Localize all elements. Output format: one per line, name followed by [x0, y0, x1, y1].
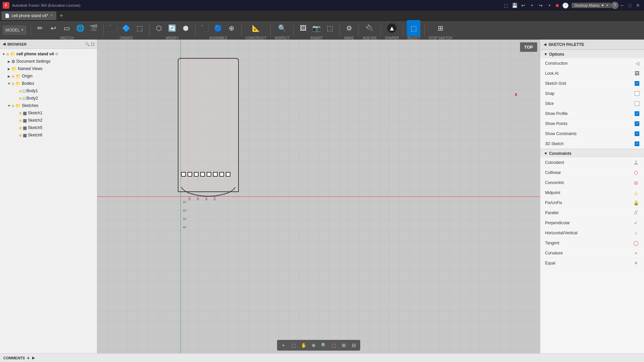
modify-tool1[interactable]: ⬡	[152, 20, 166, 36]
history-button[interactable]: 🕐	[562, 2, 569, 9]
insert-tool2[interactable]: 📷	[310, 20, 323, 36]
new-tab-button[interactable]: +	[58, 12, 65, 19]
desktop-makes-button[interactable]: Desktop Makes ▼ ▼	[572, 3, 611, 8]
sketch-tool3[interactable]: ▭	[60, 20, 74, 36]
make-tool1[interactable]: ⚙	[342, 20, 356, 36]
tree-sketch1[interactable]: ◉ ▦ Sketch1	[0, 109, 97, 117]
modify-tool2[interactable]: 🔄	[166, 20, 179, 36]
vp-orbit-button[interactable]: ⊕	[309, 341, 318, 350]
insert-tool1[interactable]: 🖼	[297, 20, 310, 36]
tree-sketch5[interactable]: ◉ ▦ Sketch5	[0, 124, 97, 131]
select-tool1[interactable]: ⬚	[407, 20, 420, 36]
tab-close-button[interactable]: ✕	[50, 13, 53, 18]
help-button[interactable]: ?	[611, 2, 619, 9]
show-points-checkbox[interactable]: ✓	[635, 121, 639, 126]
palette-row-horizontal-vertical[interactable]: Horizontal/Vertical ↕	[540, 228, 644, 238]
palette-row-look-at[interactable]: Look At 🖼	[540, 68, 644, 78]
palette-row-3d-sketch[interactable]: 3D Sketch ✓	[540, 139, 644, 149]
snap-checkbox[interactable]	[635, 91, 639, 96]
tab-cell-phone-stand[interactable]: 📄 cell phone stand v4* ✕	[1, 11, 56, 20]
constraints-section-header[interactable]: ▼ Constraints	[540, 149, 644, 158]
palette-row-construction[interactable]: Construction ◁	[540, 58, 644, 68]
tree-sketch2[interactable]: ◉ ▦ Sketch2	[0, 117, 97, 124]
browser-back-icon[interactable]: ◀	[3, 42, 5, 46]
tree-body1[interactable]: ◉ □ Body1	[0, 87, 97, 95]
tree-origin[interactable]: ▶ ◉ 📁 Origin	[0, 72, 97, 80]
shaper-tool1[interactable]: ▲	[385, 20, 398, 36]
assemble-tool1[interactable]: ⬛	[198, 20, 212, 36]
palette-row-snap[interactable]: Snap	[540, 88, 644, 99]
insert-tool3[interactable]: ⬚	[323, 20, 337, 36]
vp-zoom-button[interactable]: 🔍	[319, 341, 328, 350]
vp-grid-button[interactable]: ⊞	[339, 341, 348, 350]
stop-sketch-button[interactable]: ⊞	[434, 20, 447, 36]
create-tool1[interactable]: ⬛	[106, 20, 120, 36]
vp-display-mode-button[interactable]: ⬚	[329, 341, 338, 350]
model-selector[interactable]: MODEL ▼	[3, 25, 26, 35]
tree-body2[interactable]: ◉ □ Body2	[0, 95, 97, 102]
slice-checkbox[interactable]	[635, 101, 639, 106]
palette-row-curvature[interactable]: Curvature ≈	[540, 248, 644, 258]
redo-dropdown[interactable]: ▼	[545, 1, 553, 9]
assemble-tool3[interactable]: ⊕	[225, 20, 238, 36]
palette-row-coincident[interactable]: Coincident ⊥	[540, 158, 644, 168]
create-tool2[interactable]: 🔷	[120, 20, 133, 36]
palette-row-collinear[interactable]: Collinear ⬡	[540, 168, 644, 178]
browser-search-icon[interactable]: 🔍	[85, 42, 90, 46]
palette-row-concentric[interactable]: Concentric ◎	[540, 178, 644, 188]
palette-row-equal[interactable]: Equal =	[540, 258, 644, 268]
sketch-tool4[interactable]: 🌐	[74, 20, 87, 36]
sketch-button[interactable]: ✏	[34, 20, 47, 36]
new-button[interactable]: ⬚	[502, 1, 510, 9]
palette-row-parallel[interactable]: Parallel //	[540, 208, 644, 218]
vp-pan-button[interactable]: ✋	[299, 341, 308, 350]
palette-collapse-icon[interactable]: ◀	[544, 43, 546, 46]
create-tool3[interactable]: ⬚	[133, 20, 147, 36]
inspect-tool1[interactable]: 🔍	[275, 20, 289, 36]
maximize-button[interactable]: □	[627, 2, 633, 9]
vp-home-button[interactable]: ⌖	[279, 341, 288, 350]
save-button[interactable]: 💾	[511, 1, 519, 9]
redo-button[interactable]: ↪	[537, 1, 545, 9]
show-constraints-checkbox[interactable]: ✓	[635, 131, 639, 136]
modify-tool3[interactable]: ⬢	[179, 20, 193, 36]
tree-doc-settings[interactable]: ▶ ⚙ Document Settings	[0, 58, 97, 65]
comments-add-icon[interactable]: +	[27, 355, 30, 361]
comments-expand-icon[interactable]: ▶	[32, 356, 35, 360]
browser-expand-icon[interactable]: ⬚	[91, 42, 94, 46]
palette-row-perpendicular[interactable]: Perpendicular ✓	[540, 218, 644, 228]
palette-row-fix-unfix[interactable]: Fix/UnFix 🔒	[540, 198, 644, 208]
construct-tool1[interactable]: 📐	[249, 20, 263, 36]
palette-row-sketch-grid[interactable]: Sketch Grid ✓	[540, 78, 644, 88]
tree-root[interactable]: ▼ ◉ 📁 cell phone stand v4 ⚙	[0, 50, 97, 58]
vp-frame-button[interactable]: ⬚	[289, 341, 298, 350]
palette-row-tangent[interactable]: Tangent ◯	[540, 238, 644, 248]
assemble-tool2[interactable]: 🔵	[212, 20, 225, 36]
look-at-icon: 🖼	[635, 71, 639, 76]
record-button[interactable]: ⏺	[555, 3, 559, 8]
viewport[interactable]: 20 30 40 50 10 20 30 40 TOP X ⌖ ⬚ ✋ ⊕ 🔍 …	[97, 40, 540, 353]
sketch-tool2[interactable]: ↩	[47, 20, 60, 36]
tree-named-views[interactable]: ▶ 📁 Named Views	[0, 65, 97, 72]
sketch-tool5[interactable]: 🎬	[87, 20, 101, 36]
body2-label: Body2	[26, 96, 38, 101]
sketch-grid-checkbox[interactable]: ✓	[635, 81, 639, 86]
close-button[interactable]: ✕	[635, 2, 641, 9]
palette-row-slice[interactable]: Slice	[540, 99, 644, 109]
palette-row-show-constraints[interactable]: Show Constraints ✓	[540, 129, 644, 139]
palette-row-show-points[interactable]: Show Points ✓	[540, 119, 644, 129]
palette-row-midpoint[interactable]: Midpoint △	[540, 188, 644, 198]
vp-view-options-button[interactable]: ⊟	[350, 341, 358, 350]
minimize-button[interactable]: ─	[619, 2, 625, 9]
tree-sketches[interactable]: ▼ ◉ 📁 Sketches	[0, 102, 97, 109]
tree-bodies[interactable]: ▼ ◉ 📁 Bodies	[0, 80, 97, 87]
root-settings-icon[interactable]: ⚙	[55, 52, 58, 56]
undo-button[interactable]: ↩	[519, 1, 527, 9]
show-profile-checkbox[interactable]: ✓	[635, 111, 639, 116]
undo-dropdown[interactable]: ▼	[528, 1, 536, 9]
palette-row-show-profile[interactable]: Show Profile ✓	[540, 109, 644, 119]
3d-sketch-checkbox[interactable]: ✓	[635, 141, 639, 146]
tree-sketch6[interactable]: ◉ ▦ Sketch6	[0, 131, 97, 139]
options-section-header[interactable]: ▼ Options	[540, 50, 644, 58]
addins-tool1[interactable]: 🔌	[363, 20, 376, 36]
